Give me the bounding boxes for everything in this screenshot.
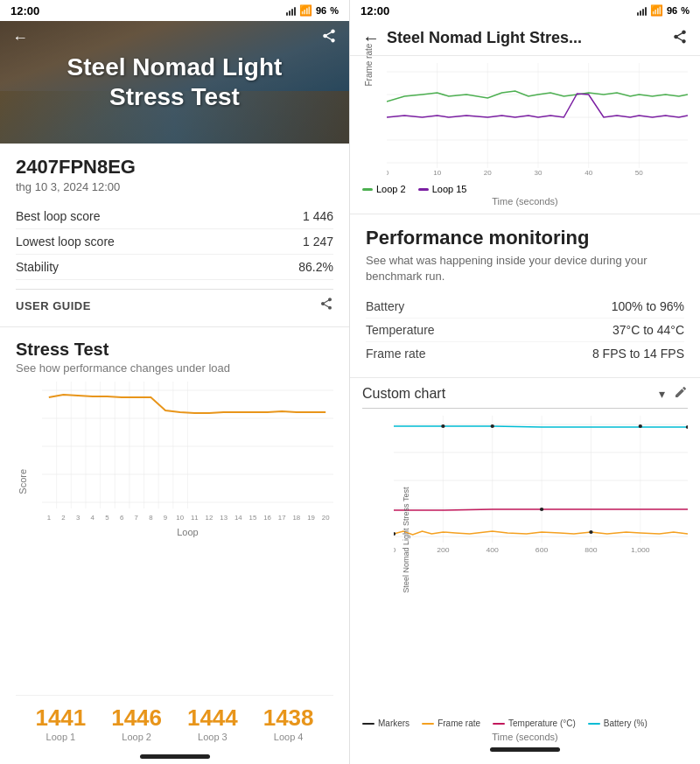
stability-row: Stability 86.2%	[16, 255, 333, 280]
left-status-icons: 📶 96 %	[286, 4, 339, 17]
legend-loop2-dot	[362, 188, 373, 191]
legend-framerate-line	[422, 723, 434, 725]
svg-text:14: 14	[234, 514, 242, 522]
left-bottom-bar	[140, 754, 210, 759]
svg-text:17: 17	[278, 514, 286, 522]
svg-point-79	[441, 424, 444, 428]
perf-title: Performance monitoring	[366, 227, 684, 249]
stress-y-label: Score	[18, 469, 28, 494]
user-guide-label: USER GUIDE	[16, 299, 91, 312]
svg-text:200: 200	[437, 546, 450, 555]
svg-text:3: 3	[76, 514, 80, 522]
hero-nav-bar: ←	[0, 21, 349, 55]
svg-text:2: 2	[61, 514, 65, 522]
svg-point-82	[589, 530, 592, 534]
score-item-4: 1438 Loop 4	[263, 704, 314, 742]
svg-text:19: 19	[307, 514, 315, 522]
svg-text:800: 800	[584, 546, 598, 555]
custom-svg-container: Steel Nomad Light Stress Test 100 80 60 …	[362, 416, 688, 715]
perf-temp-key: Temperature	[366, 323, 435, 337]
info-card: 2407FPN8EG thg 10 3, 2024 12:00 Best loo…	[0, 144, 349, 327]
right-header: ← Steel Nomad Light Stres...	[350, 21, 700, 56]
legend-temperature-line	[493, 723, 505, 725]
legend-loop2-label: Loop 2	[376, 184, 406, 194]
legend-battery-label: Battery (%)	[604, 718, 648, 728]
lowest-loop-value: 1 247	[303, 235, 333, 249]
svg-point-81	[540, 508, 543, 511]
svg-text:10: 10	[433, 169, 442, 177]
legend-battery-line	[588, 723, 600, 725]
custom-chart-svg: 100 80 60 40 20 0	[394, 416, 688, 556]
right-time: 12:00	[360, 4, 389, 18]
custom-chart-section: Custom chart ▾ Steel Nomad Light Stress …	[350, 378, 700, 764]
frame-chart-section: Frame rate 15 12 9 6 3	[350, 56, 700, 214]
custom-chart-selector[interactable]: Custom chart ▾	[362, 385, 688, 409]
stability-label: Stability	[16, 260, 59, 274]
svg-text:0: 0	[394, 546, 396, 555]
svg-text:5: 5	[105, 514, 109, 522]
legend-temperature-label: Temperature (°C)	[508, 718, 576, 728]
legend-loop2: Loop 2	[362, 184, 406, 194]
left-panel: 12:00 📶 96 % ← Steel Nomad Light Stress …	[0, 0, 350, 764]
lowest-loop-label: Lowest loop score	[16, 235, 115, 249]
score-loop-1: Loop 1	[35, 732, 86, 742]
best-loop-value: 1 446	[303, 209, 333, 223]
frame-legend: Loop 2 Loop 15	[362, 180, 688, 196]
right-status-bar: 12:00 📶 96 %	[350, 0, 700, 21]
perf-battery-key: Battery	[366, 299, 404, 313]
score-loop-2: Loop 2	[111, 732, 162, 742]
user-guide-row[interactable]: USER GUIDE	[16, 289, 333, 314]
svg-text:16: 16	[263, 514, 271, 522]
left-back-button[interactable]: ←	[12, 29, 28, 47]
perf-desc: See what was happening inside your devic…	[366, 253, 684, 284]
svg-point-80	[491, 424, 494, 428]
perf-battery-val: 100% to 96%	[612, 299, 684, 313]
svg-text:9: 9	[164, 514, 168, 522]
right-wifi-icon: 📶	[650, 4, 663, 17]
svg-text:13: 13	[220, 514, 228, 522]
frame-y-label: Frame rate	[364, 44, 374, 87]
score-value-3: 1444	[187, 704, 238, 732]
stability-value: 86.2%	[298, 260, 333, 274]
right-battery-pct: %	[681, 5, 690, 16]
score-value-4: 1438	[263, 704, 314, 732]
svg-point-83	[639, 424, 642, 428]
svg-text:20: 20	[322, 514, 330, 522]
custom-x-label: Time (seconds)	[362, 732, 688, 742]
edit-icon[interactable]	[674, 385, 688, 403]
svg-text:40: 40	[584, 169, 593, 177]
svg-text:12: 12	[206, 514, 214, 522]
svg-text:600: 600	[536, 546, 549, 555]
user-guide-share-icon[interactable]	[319, 297, 333, 314]
lowest-loop-row: Lowest loop score 1 247	[16, 229, 333, 255]
svg-text:7: 7	[135, 514, 138, 522]
left-time: 12:00	[10, 4, 39, 18]
right-share-button[interactable]	[672, 29, 688, 48]
legend-loop15-dot	[418, 188, 429, 191]
frame-x-label: Time (seconds)	[362, 196, 688, 207]
perf-framerate-row: Frame rate 8 FPS to 14 FPS	[366, 342, 684, 365]
legend-markers-label: Markers	[378, 718, 410, 728]
score-item-3: 1444 Loop 3	[187, 704, 238, 742]
score-loop-4: Loop 4	[263, 732, 314, 742]
score-value-2: 1446	[111, 704, 162, 732]
stress-chart-svg: 1,500 1,200 900 600 300 0	[42, 382, 333, 522]
device-date: thg 10 3, 2024 12:00	[16, 180, 333, 193]
svg-point-84	[686, 425, 688, 429]
svg-text:400: 400	[486, 546, 499, 555]
dropdown-arrow-icon[interactable]: ▾	[659, 387, 665, 401]
legend-battery: Battery (%)	[588, 718, 648, 728]
best-loop-row: Best loop score 1 446	[16, 204, 333, 229]
wifi-icon: 📶	[299, 4, 312, 17]
legend-framerate: Frame rate	[422, 718, 480, 728]
performance-section: Performance monitoring See what was happ…	[350, 214, 700, 378]
stress-x-label: Loop	[42, 527, 333, 537]
svg-text:10: 10	[176, 514, 184, 522]
right-battery-label: 96	[667, 5, 677, 16]
legend-markers: Markers	[362, 718, 410, 728]
hero-title: Steel Nomad Light Stress Test	[50, 53, 300, 111]
legend-loop15-label: Loop 15	[432, 184, 467, 194]
svg-text:11: 11	[191, 514, 199, 522]
right-status-icons: 📶 96 %	[637, 4, 690, 17]
left-share-button[interactable]	[321, 28, 337, 48]
